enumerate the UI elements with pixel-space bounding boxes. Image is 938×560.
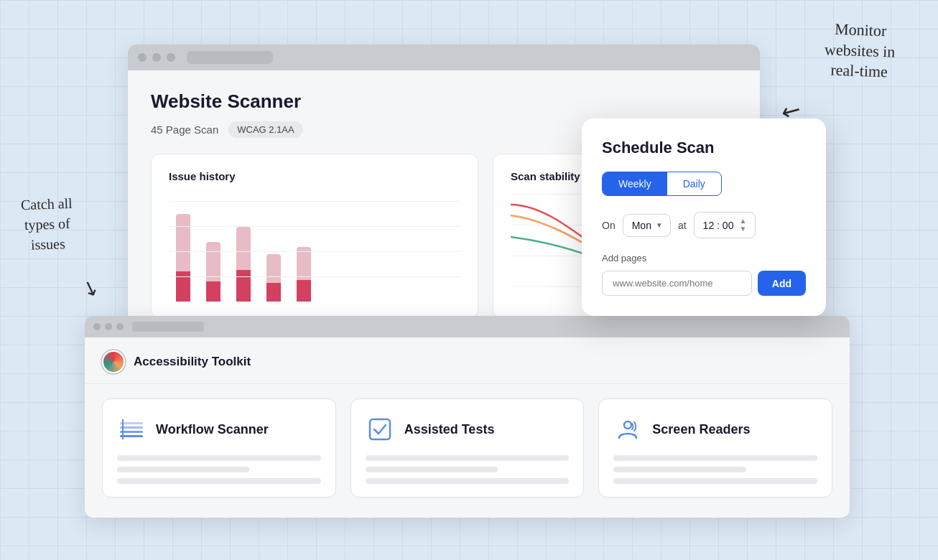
add-pages-row: Add [602, 271, 806, 296]
bottom-dot-2 [105, 323, 112, 330]
svg-point-6 [624, 421, 631, 429]
card-line-5 [366, 467, 498, 472]
wcag-badge: WCAG 2.1AA [228, 121, 302, 138]
screen-readers-icon [613, 415, 642, 444]
workflow-scanner-title: Workflow Scanner [156, 422, 269, 437]
daily-button[interactable]: Daily [667, 172, 721, 195]
workflow-scanner-icon [117, 415, 146, 444]
toolkit-cards: Workflow Scanner Assisted Tests [85, 384, 850, 518]
screen-readers-card[interactable]: Screen Readers [598, 398, 832, 498]
toolkit-header: Accessibility Toolkit [85, 337, 850, 384]
frequency-toggle-group: Weekly Daily [602, 172, 722, 196]
issue-history-title: Issue history [169, 170, 460, 182]
bottom-url-bar [132, 322, 204, 332]
annotation-arrow-left: ↙ [79, 274, 103, 302]
assisted-tests-header: Assisted Tests [366, 415, 570, 444]
browser-dot-2 [152, 53, 161, 62]
browser-titlebar [128, 45, 760, 70]
time-stepper[interactable]: ▲ ▼ [739, 218, 746, 233]
workflow-scanner-card[interactable]: Workflow Scanner [102, 398, 336, 498]
workflow-scanner-lines [117, 455, 321, 484]
toolkit-icon [102, 350, 125, 373]
card-line-2 [117, 467, 249, 472]
toolkit-title: Accessibility Toolkit [134, 355, 251, 369]
add-pages-label: Add pages [602, 253, 806, 263]
screen-readers-lines [613, 455, 817, 484]
url-input[interactable] [602, 271, 752, 296]
schedule-popup: Schedule Scan Weekly Daily On Mon ▾ at 1… [582, 118, 826, 316]
chevron-down-icon: ▾ [657, 220, 661, 230]
browser-dot-3 [167, 53, 175, 62]
workflow-scanner-header: Workflow Scanner [117, 415, 321, 444]
assisted-tests-card[interactable]: Assisted Tests [350, 398, 585, 498]
assisted-tests-lines [366, 455, 570, 484]
at-label: at [678, 220, 687, 231]
card-line-1 [117, 455, 321, 461]
time-up-icon[interactable]: ▲ [739, 218, 746, 225]
bottom-dot-3 [116, 323, 124, 330]
assisted-tests-title: Assisted Tests [404, 422, 495, 437]
browser-window-bottom: Accessibility Toolkit Workflow Scanner [85, 316, 850, 518]
bottom-dot-1 [93, 323, 101, 330]
svg-rect-5 [370, 419, 390, 439]
on-label: On [602, 220, 616, 231]
day-value: Mon [632, 220, 651, 231]
issue-history-card: Issue history [151, 154, 478, 318]
time-down-icon[interactable]: ▼ [739, 225, 746, 233]
bottom-titlebar [85, 316, 850, 337]
weekly-button[interactable]: Weekly [603, 172, 667, 195]
add-button[interactable]: Add [758, 271, 806, 296]
card-line-9 [613, 478, 817, 484]
card-line-4 [366, 455, 570, 461]
screen-readers-header: Screen Readers [613, 415, 817, 444]
time-input[interactable]: 12 : 00 ▲ ▼ [694, 212, 756, 238]
card-line-6 [366, 478, 570, 484]
schedule-day-row: On Mon ▾ at 12 : 00 ▲ ▼ [602, 212, 806, 238]
annotation-left: Catch all types of issues [21, 193, 75, 255]
annotation-top-right: Monitor websites in real-time [823, 19, 896, 83]
popup-title: Schedule Scan [602, 139, 806, 157]
browser-dot-1 [138, 53, 147, 62]
day-selector[interactable]: Mon ▾ [623, 214, 671, 237]
screen-readers-title: Screen Readers [652, 422, 750, 437]
scan-count: 45 Page Scan [151, 123, 218, 136]
assisted-tests-icon [366, 415, 394, 444]
card-line-3 [117, 478, 321, 484]
browser-url-bar [187, 51, 273, 64]
page-title: Website Scanner [151, 90, 737, 113]
card-line-8 [613, 467, 746, 472]
time-value: 12 : 00 [703, 220, 734, 231]
card-line-7 [613, 455, 817, 461]
